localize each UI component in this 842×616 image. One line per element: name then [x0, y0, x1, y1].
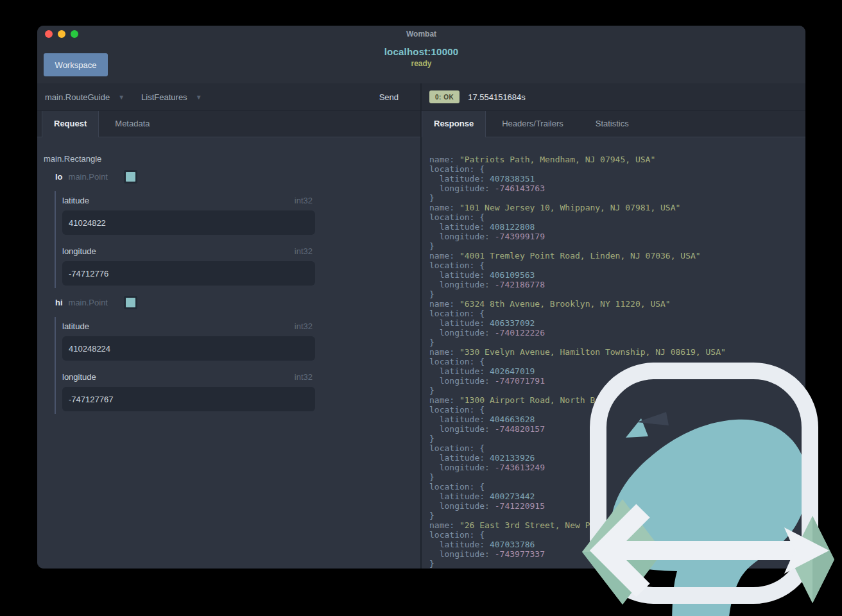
- longitude-type: int32: [295, 246, 313, 256]
- latitude-label: latitude: [62, 196, 89, 205]
- lo-latitude-input[interactable]: [62, 210, 315, 235]
- request-form: main.Rectangle lo main.Point latitude in…: [37, 137, 420, 569]
- duration-label: 17.554151684s: [468, 92, 526, 102]
- longitude-label: longitude: [62, 246, 96, 256]
- window-title: Wombat: [37, 26, 805, 42]
- status-badge: 0: OK: [429, 90, 460, 103]
- minimize-button[interactable]: [58, 30, 65, 38]
- response-entry: name: "4001 Tremley Point Road, Linden, …: [429, 251, 701, 299]
- arrow-shaft: [615, 541, 798, 560]
- tab-headers-trailers[interactable]: Headers/Trailers: [486, 111, 580, 137]
- tab-response[interactable]: Response: [422, 111, 486, 137]
- chevron-down-icon: ▼: [118, 94, 125, 101]
- checkbox-hi[interactable]: [126, 298, 135, 307]
- request-toolbar: main.RouteGuide ▼ ListFeatures ▼ Send: [37, 83, 420, 111]
- indent-guide: [55, 317, 56, 414]
- server-info: localhost:10000 ready: [37, 46, 805, 68]
- response-entry: name: "26 East 3rd Street, New Pr locati…: [429, 520, 595, 569]
- lo-longitude-input[interactable]: [62, 261, 315, 286]
- field-name: lo: [55, 172, 63, 182]
- request-pane: main.RouteGuide ▼ ListFeatures ▼ Send Re…: [37, 83, 420, 569]
- field-type: main.Point: [69, 298, 108, 307]
- response-entry: name: "Patriots Path, Mendham, NJ 07945,…: [429, 155, 655, 203]
- response-toolbar: 0: OK 17.554151684s: [422, 83, 805, 111]
- server-status: ready: [37, 59, 805, 68]
- field-group-lo: lo main.Point: [55, 172, 135, 182]
- request-tabs: Request Metadata: [37, 111, 420, 137]
- field-name: hi: [55, 298, 63, 307]
- response-entry: name: "101 New Jersey 10, Whippany, NJ 0…: [429, 203, 680, 251]
- zoom-button[interactable]: [71, 30, 78, 38]
- titlebar: Wombat: [37, 26, 805, 41]
- message-type-label: main.Rectangle: [44, 154, 101, 164]
- method-selector[interactable]: ListFeatures: [141, 92, 187, 102]
- response-entry: location: { latitude: 400273442 longitud…: [429, 482, 545, 520]
- longitude-label: longitude: [62, 372, 96, 382]
- logo-diamond-right-shade: [812, 516, 834, 603]
- field-group-hi: hi main.Point: [55, 298, 135, 307]
- server-address: localhost:10000: [37, 46, 805, 57]
- wombat-logo: [578, 359, 842, 616]
- checkbox-lo[interactable]: [126, 172, 135, 182]
- header: Workspace localhost:10000 ready: [37, 41, 805, 83]
- close-button[interactable]: [45, 30, 53, 38]
- hi-longitude-input[interactable]: [62, 387, 315, 411]
- chevron-down-icon: ▼: [196, 94, 202, 101]
- service-selector[interactable]: main.RouteGuide: [45, 92, 110, 102]
- tab-request[interactable]: Request: [42, 111, 99, 137]
- desktop-background: Wombat Workspace localhost:10000 ready m…: [0, 0, 842, 616]
- response-tabs: Response Headers/Trailers Statistics: [422, 111, 805, 137]
- tab-statistics[interactable]: Statistics: [580, 111, 645, 137]
- latitude-type: int32: [295, 321, 313, 331]
- longitude-type: int32: [295, 372, 313, 382]
- latitude-type: int32: [295, 196, 313, 205]
- hi-latitude-input[interactable]: [62, 336, 315, 361]
- field-type: main.Point: [69, 172, 108, 182]
- latitude-label: latitude: [62, 321, 89, 331]
- response-entry: name: "1300 Airport Road, North Br locat…: [429, 395, 600, 443]
- send-button[interactable]: Send: [375, 92, 402, 103]
- traffic-lights: [45, 30, 78, 38]
- tab-metadata[interactable]: Metadata: [99, 111, 166, 137]
- response-entry: name: "6324 8th Avenue, Brooklyn, NY 112…: [429, 299, 671, 347]
- response-entry: location: { latitude: 402133926 longitud…: [429, 443, 545, 482]
- indent-guide: [55, 191, 56, 288]
